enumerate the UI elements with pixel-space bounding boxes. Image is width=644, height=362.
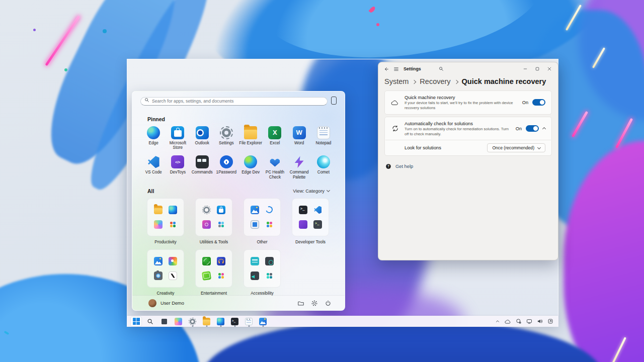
hidden-icons-chevron-icon[interactable]	[495, 319, 500, 324]
taskbar-photos-button[interactable]	[258, 317, 268, 326]
pinned-app-word[interactable]: W Word	[287, 126, 311, 151]
search-icon[interactable]	[439, 66, 444, 71]
category-entertainment[interactable]: Entertainment	[190, 249, 238, 296]
pinned-app-file-explorer[interactable]: File Explorer	[238, 126, 263, 151]
folder-icon[interactable]	[297, 300, 304, 307]
pc-health-check-icon	[268, 155, 281, 168]
edge-icon	[169, 206, 177, 214]
pinned-app-commands[interactable]: Commands	[190, 155, 214, 180]
category-tile	[195, 198, 232, 236]
pinned-app-excel[interactable]: X Excel	[263, 126, 287, 151]
outlook-icon	[196, 126, 209, 139]
edge-icon	[217, 318, 224, 325]
onedrive-icon[interactable]	[505, 319, 511, 324]
copilot-icon	[175, 318, 182, 325]
breadcrumb-system[interactable]: System	[384, 77, 409, 85]
start-menu: Pinned Edge Microsoft Store Outlook Sett…	[132, 91, 345, 311]
windows-logo-icon	[133, 318, 140, 325]
pinned-app-microsoft-store[interactable]: Microsoft Store	[166, 126, 190, 151]
card-quick-machine-recovery: Quick machine recovery If your device fa…	[384, 90, 552, 115]
taskbar-file-explorer-button[interactable]	[201, 317, 212, 326]
copilot-icon	[154, 220, 163, 229]
start-search[interactable]	[140, 96, 328, 106]
category-grid-row-2: Creativity Entertainment Accessibility	[141, 249, 336, 296]
terminal-icon	[299, 206, 307, 214]
look-for-solutions-dropdown[interactable]: Once (recommended)	[487, 143, 545, 152]
pinned-app-outlook[interactable]: Outlook	[190, 126, 214, 151]
phone-link-icon[interactable]	[331, 97, 337, 105]
taskbar-task-view-button[interactable]	[159, 317, 170, 326]
taskbar-start-button[interactable]	[131, 317, 141, 326]
chevron-right-icon	[454, 79, 458, 83]
breadcrumb-recovery[interactable]: Recovery	[420, 77, 450, 85]
avatar[interactable]	[148, 299, 156, 307]
dropdown-value: Once (recommended)	[492, 145, 534, 150]
card-automatically-check: Automatically check for solutions Turn o…	[384, 117, 552, 156]
paint-droplet	[33, 29, 36, 31]
view-category-selector[interactable]: View: Category	[293, 189, 330, 194]
file-explorer-icon	[244, 126, 257, 139]
pinned-app-1password[interactable]: 1Password	[214, 155, 238, 180]
display-icon[interactable]	[526, 318, 532, 324]
pinned-app-devtoys[interactable]: </> DevToys	[166, 155, 190, 180]
pinned-app-edge[interactable]: Edge	[141, 126, 166, 151]
maximize-button[interactable]	[535, 66, 540, 71]
action-center-icon[interactable]	[547, 318, 553, 324]
category-grid-row-1: Productivity Utilities & Tools Other	[141, 198, 336, 244]
category-tile	[244, 198, 281, 236]
power-icon[interactable]	[325, 300, 332, 307]
chevron-down-icon	[537, 146, 541, 149]
taskbar-settings-button[interactable]	[187, 317, 198, 326]
user-name[interactable]: User Demo	[160, 301, 184, 306]
quick-machine-recovery-toggle[interactable]	[532, 99, 545, 106]
photos-icon	[259, 318, 267, 325]
auto-check-solutions-toggle[interactable]	[526, 125, 539, 132]
category-utilities-tools[interactable]: Utilities & Tools	[190, 198, 238, 244]
taskbar	[127, 316, 558, 327]
update-badge-icon[interactable]	[516, 318, 522, 324]
svg-text:?: ?	[387, 165, 389, 168]
search-input[interactable]	[140, 97, 328, 106]
capcut-icon	[169, 272, 177, 280]
sync-icon	[391, 125, 399, 132]
taskbar-notepad-button[interactable]	[244, 317, 254, 326]
running-indicator	[220, 325, 221, 327]
pinned-app-vs-code[interactable]: VS Code	[141, 155, 166, 180]
taskbar-terminal-button[interactable]	[229, 317, 240, 326]
minimize-button[interactable]	[523, 66, 528, 71]
task-view-icon	[160, 318, 168, 325]
taskbar-search-button[interactable]	[145, 317, 155, 326]
pinned-section-label: Pinned	[147, 116, 345, 122]
paint-droplet	[64, 68, 67, 71]
category-productivity[interactable]: Productivity	[141, 198, 190, 244]
look-for-solutions-label: Look for solutions	[405, 145, 441, 150]
category-other[interactable]: Other	[238, 198, 286, 244]
get-help-link[interactable]: ? Get help	[385, 163, 551, 169]
category-developer-tools[interactable]: Developer Tools	[286, 198, 335, 244]
file-explorer-icon	[154, 206, 163, 214]
file-explorer-icon	[203, 318, 210, 325]
taskbar-copilot-button[interactable]	[173, 317, 184, 326]
taskbar-edge-button[interactable]	[215, 317, 226, 326]
paint-icon	[169, 257, 177, 265]
settings-icon[interactable]	[311, 300, 318, 307]
back-icon[interactable]	[383, 66, 389, 72]
settings-window-title: Settings	[404, 66, 421, 71]
camera-icon	[154, 272, 163, 280]
menu-icon[interactable]	[393, 66, 399, 72]
category-tile	[147, 249, 184, 288]
chevron-up-icon[interactable]	[542, 127, 546, 131]
category-creativity[interactable]: Creativity	[141, 249, 190, 296]
pinned-app-settings[interactable]: Settings	[214, 126, 238, 151]
word-icon: W	[293, 126, 306, 139]
volume-icon[interactable]	[537, 318, 543, 324]
pinned-app-pc-health-check[interactable]: PC Health Check	[263, 155, 287, 180]
notepad-icon	[245, 318, 253, 325]
pinned-app-notepad[interactable]: Notepad	[311, 126, 336, 151]
close-button[interactable]	[547, 66, 552, 71]
pinned-app-command-palette[interactable]: Command Palette	[287, 155, 311, 180]
search-icon	[144, 98, 149, 103]
pinned-app-comet[interactable]: Comet	[311, 155, 336, 180]
pinned-app-edge-dev[interactable]: Edge Dev	[238, 155, 263, 180]
category-accessibility[interactable]: Accessibility	[238, 249, 286, 296]
